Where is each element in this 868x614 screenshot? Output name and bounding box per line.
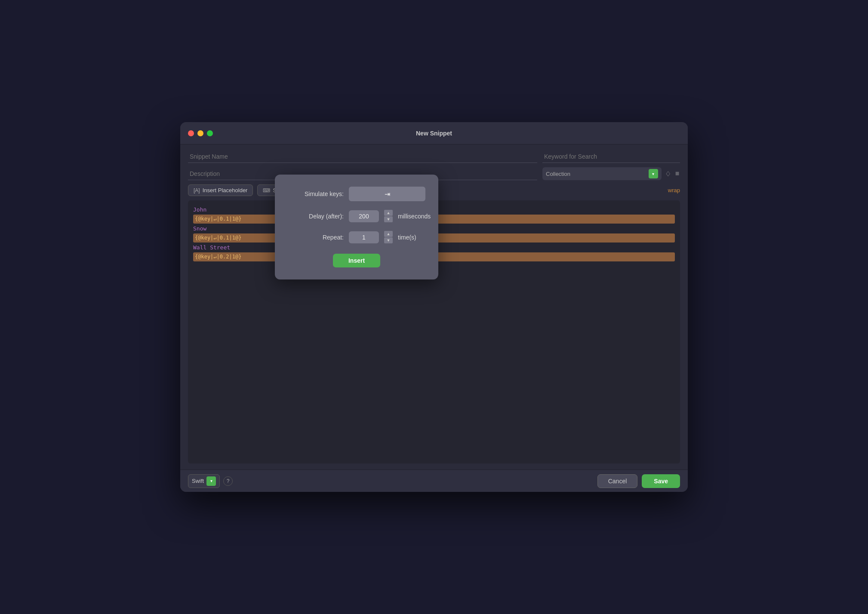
popup-delay-row: Delay (after): ▲ ▼ milliseconds xyxy=(288,210,425,222)
main-window: New Snippet Collection ▾ ♢ ≡ [A] I xyxy=(180,122,688,492)
swift-selector: Swift ▾ ? xyxy=(188,474,233,488)
popup-key-display[interactable]: ⇥ xyxy=(349,187,425,201)
popup-delay-input[interactable] xyxy=(349,210,379,222)
bottom-buttons: Cancel Save xyxy=(597,474,680,488)
cancel-button[interactable]: Cancel xyxy=(597,474,638,488)
insert-placeholder-label: Insert Placeholder xyxy=(203,187,248,193)
snippet-name-input[interactable] xyxy=(188,150,537,163)
collection-row: Collection ▾ ♢ ≡ xyxy=(542,167,680,180)
popup-insert-button[interactable]: Insert xyxy=(333,254,380,267)
repeat-stepper: ▲ ▼ xyxy=(384,231,393,243)
delay-down-button[interactable]: ▼ xyxy=(384,216,393,222)
tag-icon-button[interactable]: ♢ xyxy=(664,169,672,179)
keyword-search-input[interactable] xyxy=(542,150,680,163)
swift-label: Swift xyxy=(192,478,204,484)
insert-placeholder-button[interactable]: [A] Insert Placeholder xyxy=(188,184,253,196)
title-bar: New Snippet xyxy=(180,122,688,144)
popup-simulate-keys-label: Simulate keys: xyxy=(288,190,344,197)
minimize-button[interactable] xyxy=(197,130,203,136)
repeat-up-button[interactable]: ▲ xyxy=(384,231,393,237)
collection-selector[interactable]: Collection ▾ xyxy=(542,167,662,180)
popup-simulate-keys-row: Simulate keys: ⇥ xyxy=(288,187,425,201)
popup-delay-label: Delay (after): xyxy=(288,213,344,220)
key-display-value: ⇥ xyxy=(385,190,390,198)
delay-up-button[interactable]: ▲ xyxy=(384,210,393,216)
keyboard-icon: ⌨ xyxy=(263,187,270,193)
language-selector[interactable]: Swift ▾ xyxy=(188,474,220,488)
save-button[interactable]: Save xyxy=(642,474,680,488)
close-button[interactable] xyxy=(188,130,194,136)
simulate-keys-popup: Simulate keys: ⇥ Delay (after): ▲ ▼ mill… xyxy=(275,175,438,279)
wrap-label[interactable]: wrap xyxy=(668,187,680,193)
collection-label: Collection xyxy=(546,171,647,177)
window-title: New Snippet xyxy=(416,130,452,137)
popup-repeat-label: Repeat: xyxy=(288,234,344,241)
delay-stepper: ▲ ▼ xyxy=(384,210,393,222)
popup-repeat-unit: time(s) xyxy=(398,234,416,241)
top-row xyxy=(188,150,680,163)
traffic-lights xyxy=(188,130,213,136)
help-button[interactable]: ? xyxy=(223,476,233,486)
popup-delay-unit: milliseconds xyxy=(398,213,431,220)
popup-repeat-input[interactable] xyxy=(349,231,379,243)
language-dropdown-button[interactable]: ▾ xyxy=(206,476,216,486)
popup-repeat-row: Repeat: ▲ ▼ time(s) xyxy=(288,231,425,243)
repeat-down-button[interactable]: ▼ xyxy=(384,237,393,243)
insert-placeholder-icon: [A] xyxy=(194,187,200,193)
collection-dropdown-button[interactable]: ▾ xyxy=(649,169,658,178)
content-area: Collection ▾ ♢ ≡ [A] Insert Placeholder … xyxy=(180,144,688,470)
list-icon-button[interactable]: ≡ xyxy=(674,169,680,178)
bottom-bar: Swift ▾ ? Cancel Save xyxy=(180,470,688,492)
maximize-button[interactable] xyxy=(207,130,213,136)
